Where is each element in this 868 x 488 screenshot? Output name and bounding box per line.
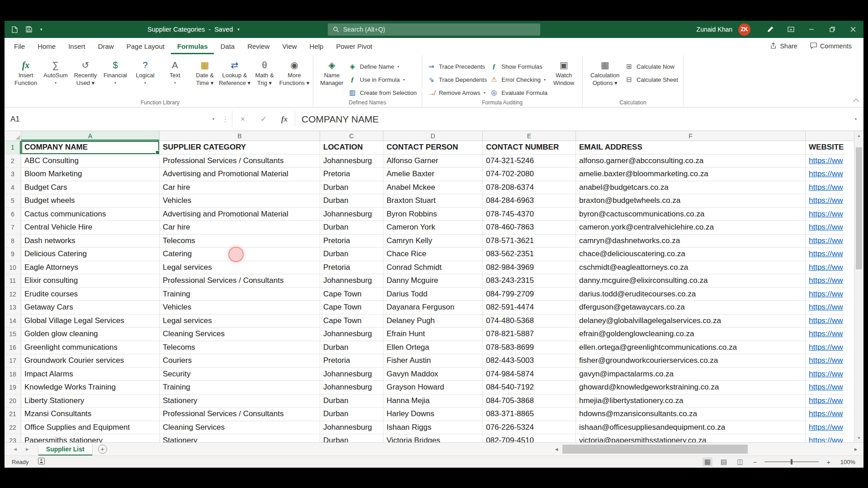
cell[interactable]: 082-709-4510 — [483, 434, 576, 442]
remove-arrows-button[interactable]: ↛ Remove Arrows ▾ — [426, 87, 488, 98]
cell[interactable]: Global Village Legal Services — [21, 314, 160, 328]
watch-window-button[interactable]: ▣ Watch Window — [549, 58, 579, 86]
autosum-button[interactable]: ∑ AutoSum ▾ — [41, 58, 71, 86]
cell[interactable]: cschmidt@eagleattorneys.co.za — [576, 261, 806, 275]
row-number[interactable]: 4 — [5, 181, 21, 195]
tab-page-layout[interactable]: Page Layout — [120, 38, 171, 54]
cell[interactable]: dferguson@getawaycars.co.za — [576, 301, 806, 314]
cell[interactable]: Cape Town — [320, 288, 383, 301]
cell[interactable]: Car hire — [160, 221, 320, 235]
cell[interactable]: Advertising and Promotional Material — [160, 168, 320, 181]
cell[interactable]: ellen.ortega@greenlightcommunications.co… — [576, 341, 806, 355]
column-header-d[interactable]: D — [383, 131, 483, 141]
save-icon[interactable] — [26, 26, 32, 33]
vertical-scroll-thumb[interactable] — [856, 147, 862, 269]
cell[interactable]: Anabel Mckee — [383, 181, 483, 195]
cell-website-link[interactable]: https://ww — [806, 221, 846, 235]
cell[interactable]: CONTACT PERSON — [383, 141, 483, 155]
cell[interactable]: 082-443-5003 — [483, 354, 576, 368]
cell[interactable]: 078-583-8699 — [483, 341, 576, 355]
cell[interactable]: Training — [160, 381, 320, 394]
cell[interactable]: anabel@budgetcars.co.za — [576, 181, 806, 195]
cell-website-link[interactable]: https://ww — [806, 394, 846, 408]
cell[interactable]: Elixir consulting — [21, 274, 160, 288]
inking-pen-button[interactable] — [760, 21, 780, 38]
cell[interactable]: Dash networks — [21, 235, 160, 248]
calculate-now-button[interactable]: ⊞ Calculate Now — [623, 61, 679, 72]
tab-view[interactable]: View — [276, 38, 303, 54]
cell[interactable]: Chace Rice — [383, 248, 483, 261]
financial-button[interactable]: $ Financial ▾ — [100, 58, 130, 86]
evaluate-formula-button[interactable]: ◎ Evaluate Formula — [488, 87, 549, 98]
vertical-scroll-track[interactable] — [854, 140, 863, 433]
column-header-f[interactable]: F — [576, 131, 806, 141]
cell[interactable]: Vehicles — [160, 301, 320, 314]
column-header-a[interactable]: A — [21, 131, 160, 141]
cell[interactable]: Johannesburg — [320, 421, 383, 435]
row-number[interactable]: 15 — [5, 328, 21, 341]
cell[interactable]: Johannesburg — [320, 208, 383, 221]
cell[interactable]: 084-284-6963 — [483, 194, 576, 208]
column-header-b[interactable]: B — [160, 131, 320, 141]
cell[interactable]: 078-745-4370 — [483, 208, 576, 221]
cell[interactable]: Durban — [320, 248, 383, 261]
cell[interactable]: Cactus communications — [21, 208, 160, 221]
cell-website-link[interactable]: https://ww — [806, 408, 846, 421]
show-formulas-button[interactable]: ƒ Show Formulas — [488, 61, 549, 72]
customize-quick-access-chevron-icon[interactable]: ▾ — [40, 27, 42, 32]
cell[interactable]: hmejia@libertystationery.co.za — [576, 394, 806, 408]
cell[interactable]: Fisher Austin — [383, 354, 483, 368]
row-number[interactable]: 14 — [5, 314, 21, 328]
cell[interactable]: danny.mcguire@elixirconsulting.co.za — [576, 274, 806, 288]
cell[interactable]: 078-208-6374 — [483, 181, 576, 195]
trace-precedents-button[interactable]: ⇒ Trace Precedents — [426, 61, 488, 72]
cell[interactable]: Telecoms — [160, 341, 320, 355]
cell[interactable]: Braxton Stuart — [383, 194, 483, 208]
cell[interactable]: Greenlight communications — [21, 341, 160, 355]
cell[interactable]: Erudite courses — [21, 288, 160, 301]
cell[interactable]: Grayson Howard — [383, 381, 483, 394]
row-number[interactable]: 16 — [5, 341, 21, 355]
cell-website-link[interactable]: https://ww — [806, 328, 846, 341]
cell-website-link[interactable]: https://ww — [806, 168, 846, 181]
cell[interactable]: Johannesburg — [320, 155, 383, 168]
row-number[interactable]: 21 — [5, 408, 21, 421]
cell[interactable]: chace@deliciouscatering.co.za — [576, 248, 806, 261]
cell[interactable]: amelie.baxter@bloommarketing.co.za — [576, 168, 806, 181]
horizontal-scroll-track[interactable] — [561, 443, 851, 455]
cell[interactable]: Stationery — [160, 394, 320, 408]
cell[interactable]: Legal services — [160, 314, 320, 328]
cell[interactable]: victoria@papersmithsstationery.co.za — [576, 434, 806, 442]
cell[interactable]: Danny Mcguire — [383, 274, 483, 288]
insert-function-button[interactable]: fx Insert Function — [11, 58, 41, 86]
cell[interactable]: Cameron York — [383, 221, 483, 235]
math-trig-button[interactable]: θ Math & Trig ▾ — [250, 58, 279, 86]
page-break-view-button[interactable]: ◫ — [735, 457, 745, 466]
cell[interactable]: delaney@globalvillagelegalservices.co.za — [576, 314, 806, 328]
select-all-button[interactable] — [5, 131, 21, 141]
cell-website-link[interactable]: https://ww — [806, 341, 846, 355]
cell-website-link[interactable]: https://ww — [806, 434, 846, 442]
scroll-left-icon[interactable]: ◀ — [552, 447, 561, 451]
cell[interactable]: Stationery — [160, 434, 320, 442]
cell[interactable]: Liberty Stationery — [21, 394, 160, 408]
name-box[interactable]: A1 ▾ — [5, 108, 219, 131]
sheet-nav-right-icon[interactable]: ▶ — [26, 447, 29, 451]
excel-file-icon[interactable] — [12, 26, 18, 33]
cell[interactable]: Getaway Cars — [21, 301, 160, 314]
text-functions-button[interactable]: A Text ▾ — [160, 58, 190, 86]
cell-website-link[interactable]: https://ww — [806, 274, 846, 288]
cell[interactable]: camryn@dashnetworks.co.za — [576, 235, 806, 248]
cell[interactable]: 076-226-5324 — [483, 421, 576, 435]
tab-review[interactable]: Review — [241, 38, 276, 54]
cell-website-link[interactable]: https://ww — [806, 155, 846, 168]
cell[interactable]: darius.todd@eruditecourses.co.za — [576, 288, 806, 301]
cell[interactable]: ishaan@officesuppliesandequipment.co.za — [576, 421, 806, 435]
cell[interactable]: Couriers — [160, 354, 320, 368]
cell[interactable]: Durban — [320, 408, 383, 421]
cell[interactable]: Pretoria — [320, 354, 383, 368]
cell[interactable]: Camryn Kelly — [383, 235, 483, 248]
page-layout-view-button[interactable]: ▤ — [719, 457, 729, 466]
cell[interactable]: Delicious Catering — [21, 248, 160, 261]
cell[interactable]: Johannesburg — [320, 274, 383, 288]
